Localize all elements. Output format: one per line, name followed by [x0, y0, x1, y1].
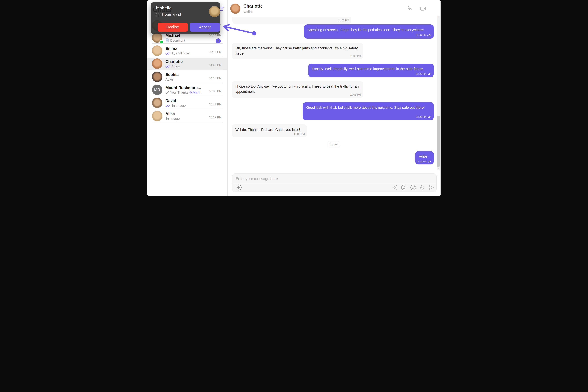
message-bubble-incoming: Will do. Thanks, Richard. Catch you late…: [232, 124, 307, 137]
single-check-icon: [166, 91, 169, 94]
chat-time: 10:19 PM: [209, 116, 222, 119]
chat-list-item-emma[interactable]: Emma Call busy 05:13 PM: [147, 45, 227, 57]
row-divider: [152, 56, 223, 57]
conversation-status: Offline: [244, 10, 254, 14]
chat-time: 05:14 PM: [209, 34, 222, 37]
date-divider: today: [328, 141, 340, 147]
message-bubble-outgoing: Good luck with that. Let's talk more abo…: [303, 102, 434, 120]
message-time: 11:06 PM: [350, 93, 361, 97]
message-input[interactable]: Enter your message here: [236, 176, 278, 181]
avatar: [152, 46, 162, 56]
double-check-icon: [166, 104, 170, 107]
caller-name: Isabella: [156, 6, 172, 10]
row-divider: [152, 122, 223, 122]
chat-name: Alice: [166, 112, 175, 116]
chat-name: David: [166, 98, 176, 103]
chat-preview: You: Thanks: [170, 91, 188, 94]
chat-list-item-david[interactable]: David Image 10:43 PM: [147, 97, 227, 109]
phone-call-icon[interactable]: [407, 6, 414, 12]
double-check-icon: [427, 116, 432, 118]
scrollbar[interactable]: ▲ ▼: [437, 16, 440, 170]
message-bubble-incoming: Oh, those are the worst. They cause traf…: [232, 43, 363, 59]
message-bubble-outgoing: Exactly. Well, hopefully, we'll see some…: [308, 64, 434, 77]
video-camera-icon[interactable]: [420, 6, 426, 12]
conversation-header: Charlotte Offline: [228, 0, 441, 17]
scrollbar-thumb[interactable]: [437, 116, 440, 166]
double-check-icon: [427, 73, 432, 75]
camera-icon: [166, 117, 170, 120]
double-check-icon: [166, 52, 170, 55]
document-icon: [166, 38, 169, 43]
conversation-avatar: [230, 4, 240, 14]
phone-icon: [172, 52, 175, 55]
send-icon[interactable]: [428, 184, 435, 191]
chat-preview: Document: [170, 39, 185, 42]
emoji-icon[interactable]: [410, 184, 416, 191]
decline-button[interactable]: Decline: [158, 23, 188, 32]
double-check-icon: [428, 160, 432, 163]
message-time: 04:22 PM: [417, 160, 427, 163]
call-status: Incoming call: [162, 12, 181, 16]
video-camera-icon: [156, 13, 160, 16]
chat-preview: Adiós: [172, 64, 180, 68]
message-time: 11:06 PM: [415, 72, 426, 76]
app-window: Chats Incoming call 05:15 PM Michael Doc…: [147, 0, 441, 196]
double-check-icon: [166, 65, 170, 68]
chat-preview: Image: [170, 117, 180, 120]
message-text: Oh, those are the worst. They cause traf…: [232, 43, 363, 62]
chat-name: Charlotte: [166, 59, 182, 64]
avatar: [152, 111, 162, 121]
avatar-initials: MR: [152, 84, 162, 95]
conversation-panel: 11:06 PM Speaking of streets, I hope the…: [228, 0, 441, 196]
chat-preview: Image: [176, 104, 186, 108]
avatar: [152, 58, 162, 69]
chat-name: Sophia: [166, 72, 178, 77]
chat-list-item-sophia[interactable]: Sophia Adiós 04:19 PM: [147, 71, 227, 83]
chat-preview: Adiós: [166, 78, 174, 81]
avatar: [152, 98, 162, 108]
message-text: Exactly. Well, hopefully, we'll see some…: [308, 64, 434, 77]
conversation-name: Charlotte: [243, 4, 263, 9]
mention-text: @Mich...: [189, 91, 202, 94]
message-time: 11:06 PM: [350, 54, 361, 58]
plus-icon[interactable]: [235, 184, 242, 191]
window-edge: [440, 1, 441, 195]
accept-button[interactable]: Accept: [190, 23, 220, 32]
row-divider: [152, 109, 223, 109]
chat-list-item-charlotte[interactable]: Charlotte Adiós 04:22 PM: [147, 58, 227, 70]
row-divider: [152, 96, 223, 96]
message-time: 11:06 PM: [415, 33, 426, 37]
chat-name: Michael: [166, 33, 180, 38]
message-composer[interactable]: Enter your message here: [232, 174, 436, 192]
chat-time: 05:13 PM: [209, 50, 222, 54]
sticker-icon[interactable]: [401, 184, 407, 191]
chat-name: Emma: [166, 46, 177, 51]
message-bubble-outgoing: Adiós 04:22 PM: [415, 151, 434, 164]
message-text: Good luck with that. Let's talk more abo…: [303, 102, 434, 116]
composer-divider: [232, 183, 436, 183]
camera-icon: [172, 104, 176, 107]
message-time: 11:06 PM: [294, 132, 305, 136]
avatar: [152, 72, 162, 82]
message-time: 11:06 PM: [415, 115, 426, 119]
chat-list-item-mount-rushmore[interactable]: MR Mount Rushmore... You: Thanks @Mich..…: [147, 84, 227, 96]
message-bubble-outgoing: Speaking of streets, I hope they fix the…: [304, 24, 434, 38]
chat-preview: Call busy: [176, 52, 190, 55]
chat-list-item-alice[interactable]: Alice Image 10:19 PM: [147, 110, 227, 122]
row-divider: [152, 70, 223, 70]
chat-time: 10:43 PM: [209, 103, 222, 106]
sparkles-icon[interactable]: [392, 184, 398, 191]
chat-name: Mount Rushmore...: [166, 86, 201, 90]
chat-time: 04:22 PM: [209, 64, 222, 67]
caller-avatar: [209, 6, 220, 17]
incoming-call-popup: Isabella Incoming call Decline Accept: [151, 2, 220, 34]
double-check-icon: [427, 34, 432, 36]
scroll-up-icon[interactable]: ▲: [437, 16, 439, 18]
scroll-down-icon[interactable]: ▼: [437, 168, 439, 170]
unread-badge: 2: [216, 38, 221, 44]
microphone-icon[interactable]: [419, 184, 426, 191]
chat-time: 04:19 PM: [209, 76, 222, 80]
message-bubble-incoming: I hope so too. Anyway, I've got to run –…: [232, 81, 363, 98]
message-time: 11:06 PM: [338, 18, 349, 22]
chat-time: 03:56 PM: [209, 90, 222, 93]
